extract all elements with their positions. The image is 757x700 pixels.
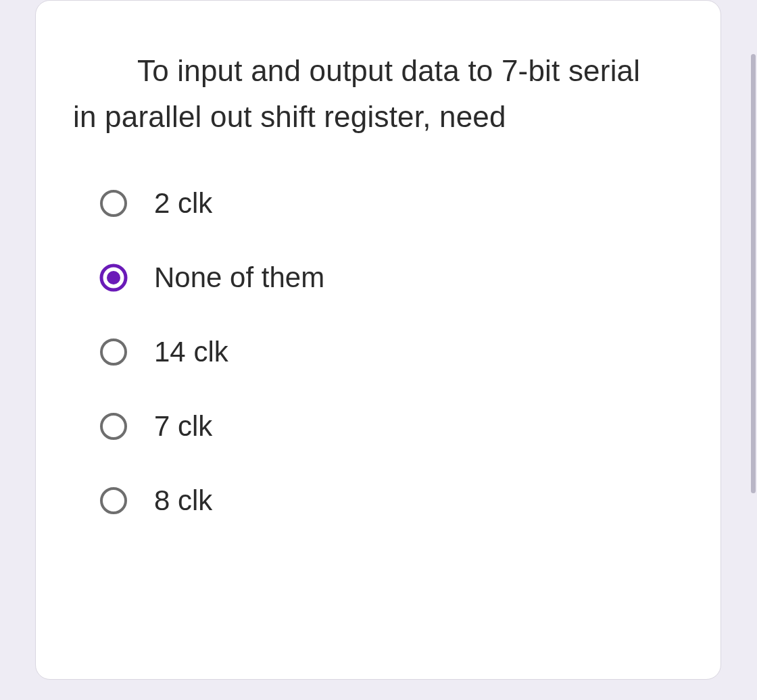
radio-unselected-icon	[99, 189, 128, 218]
scrollbar-track[interactable]	[750, 54, 757, 493]
option-1[interactable]: None of them	[99, 261, 663, 294]
scrollbar-thumb[interactable]	[751, 54, 756, 493]
viewport: To input and output data to 7-bit serial…	[0, 0, 757, 700]
svg-point-0	[101, 191, 126, 216]
radio-selected-icon	[99, 263, 128, 293]
radio-unselected-icon	[99, 486, 128, 516]
question-card: To input and output data to 7-bit serial…	[35, 0, 721, 680]
option-2[interactable]: 14 clk	[99, 336, 663, 368]
question-text: To input and output data to 7-bit serial…	[73, 48, 663, 140]
svg-point-3	[101, 340, 126, 364]
svg-point-2	[107, 271, 120, 284]
radio-unselected-icon	[99, 411, 128, 441]
option-4[interactable]: 8 clk	[99, 484, 663, 517]
option-0[interactable]: 2 clk	[99, 187, 663, 220]
svg-point-4	[101, 414, 126, 439]
option-label: 2 clk	[154, 187, 212, 220]
option-label: 7 clk	[154, 410, 212, 443]
option-label: None of them	[154, 261, 324, 294]
option-label: 8 clk	[154, 484, 212, 517]
options-group: 2 clk None of them 14 clk	[73, 187, 663, 517]
question-text-value: To input and output data to 7-bit serial…	[73, 54, 640, 133]
svg-point-5	[101, 489, 126, 513]
radio-unselected-icon	[99, 337, 128, 367]
option-3[interactable]: 7 clk	[99, 410, 663, 443]
option-label: 14 clk	[154, 336, 228, 368]
